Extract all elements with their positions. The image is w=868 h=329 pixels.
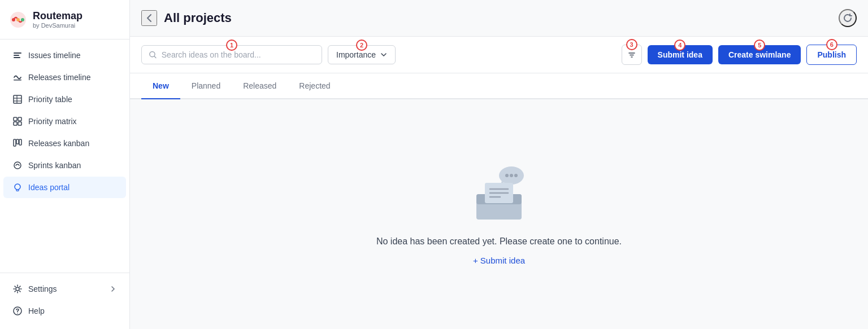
svg-rect-5	[14, 55, 19, 56]
filter-wrapper: 3	[622, 45, 642, 65]
empty-state-svg	[465, 163, 533, 225]
svg-rect-16	[14, 139, 16, 146]
svg-point-1	[12, 18, 15, 21]
empty-message: No idea has been created yet. Please cre…	[376, 236, 622, 247]
sidebar-item-settings[interactable]: Settings	[3, 278, 126, 300]
svg-point-32	[510, 174, 513, 177]
logo-text: Routemap by DevSamurai	[33, 10, 83, 29]
tab-rejected[interactable]: Rejected	[288, 73, 341, 99]
refresh-button[interactable]	[839, 9, 857, 27]
tabs-container: New Planned Released Rejected	[130, 73, 868, 99]
ideas-icon	[12, 182, 23, 192]
timeline-icon	[12, 50, 23, 60]
settings-icon	[12, 284, 23, 294]
sidebar-item-releases-kanban[interactable]: Releases kanban	[3, 133, 126, 154]
sprints-icon	[12, 160, 23, 170]
sidebar-item-ideas-portal[interactable]: Ideas portal	[3, 177, 126, 198]
step-badge-5: 5	[754, 40, 765, 51]
empty-submit-link[interactable]: + Submit idea	[473, 256, 525, 265]
step-badge-2: 2	[356, 40, 367, 51]
svg-rect-18	[19, 139, 21, 145]
svg-rect-7	[14, 80, 21, 81]
svg-point-29	[504, 178, 507, 181]
sidebar-item-issues-timeline[interactable]: Issues timeline	[3, 45, 126, 66]
sidebar-label-help: Help	[28, 306, 45, 315]
page-header: All projects	[130, 0, 868, 37]
page-title: All projects	[164, 11, 832, 25]
sidebar-item-help[interactable]: Help	[3, 300, 126, 322]
refresh-icon	[842, 12, 853, 24]
step-badge-4: 4	[674, 40, 685, 51]
logo-container: Routemap by DevSamurai	[0, 0, 129, 40]
sidebar-label-ideas-portal: Ideas portal	[28, 183, 70, 192]
table-icon	[12, 94, 23, 104]
matrix-icon	[12, 116, 23, 126]
svg-rect-6	[14, 57, 20, 58]
back-arrow-icon	[144, 12, 155, 24]
svg-point-33	[514, 174, 518, 177]
importance-label: Importance	[336, 50, 376, 59]
publish-wrapper: 6 Publish	[806, 45, 857, 65]
settings-left: Settings	[12, 284, 57, 294]
sidebar-label-releases-timeline: Releases timeline	[28, 73, 91, 82]
back-button[interactable]	[141, 10, 157, 26]
sidebar-item-priority-table[interactable]: Priority table	[3, 89, 126, 110]
kanban-icon	[12, 138, 23, 148]
svg-point-3	[21, 18, 24, 21]
svg-point-31	[505, 174, 509, 177]
create-swimlane-wrapper: 5 Create swimlane	[718, 45, 801, 64]
releases-icon	[12, 72, 23, 82]
svg-point-21	[16, 287, 19, 291]
svg-rect-17	[16, 139, 19, 144]
sidebar-label-sprints-kanban: Sprints kanban	[28, 161, 81, 170]
help-icon	[12, 306, 23, 316]
search-icon	[149, 50, 157, 59]
sidebar-bottom: Settings Help	[0, 273, 129, 329]
app-logo-icon	[9, 11, 27, 29]
svg-rect-8	[14, 95, 21, 103]
svg-point-23	[17, 313, 18, 314]
sidebar-item-releases-timeline[interactable]: Releases timeline	[3, 67, 126, 88]
tab-new[interactable]: New	[141, 73, 180, 99]
main-nav: Issues timeline Releases timeline Priori…	[0, 40, 129, 273]
toolbar: 1 2 Importance 3	[130, 37, 868, 73]
svg-rect-12	[14, 117, 17, 121]
sidebar-label-issues-timeline: Issues timeline	[28, 51, 81, 60]
chevron-right-icon	[109, 285, 117, 293]
app-name: Routemap	[33, 10, 83, 22]
filter-icon	[627, 50, 636, 59]
svg-rect-14	[14, 122, 17, 125]
importance-wrapper: 2 Importance	[328, 45, 396, 64]
chevron-down-icon	[380, 51, 387, 58]
sidebar-item-priority-matrix[interactable]: Priority matrix	[3, 111, 126, 132]
svg-point-19	[14, 162, 21, 169]
sidebar: Routemap by DevSamurai Issues timeline R…	[0, 0, 130, 329]
step-badge-3: 3	[626, 39, 637, 50]
app-subtitle: by DevSamurai	[33, 22, 83, 29]
empty-state: No idea has been created yet. Please cre…	[130, 99, 868, 329]
sidebar-label-priority-matrix: Priority matrix	[28, 117, 77, 126]
search-input[interactable]	[162, 50, 315, 59]
tab-planned[interactable]: Planned	[180, 73, 232, 99]
step-badge-1: 1	[226, 40, 237, 51]
step-badge-6: 6	[826, 39, 837, 50]
svg-point-2	[16, 18, 20, 21]
search-wrapper: 1	[141, 45, 322, 64]
sidebar-label-settings: Settings	[28, 284, 57, 293]
sidebar-label-releases-kanban: Releases kanban	[28, 139, 89, 148]
sidebar-item-sprints-kanban[interactable]: Sprints kanban	[3, 155, 126, 176]
svg-rect-15	[18, 122, 21, 125]
submit-idea-wrapper: 4 Submit idea	[648, 45, 713, 64]
sidebar-label-priority-table: Priority table	[28, 95, 72, 104]
svg-rect-4	[14, 52, 21, 54]
empty-illustration	[465, 163, 533, 225]
svg-rect-13	[18, 117, 21, 121]
svg-point-20	[15, 184, 20, 190]
main-content: All projects 1 2 Importance	[130, 0, 868, 329]
tab-released[interactable]: Released	[232, 73, 288, 99]
